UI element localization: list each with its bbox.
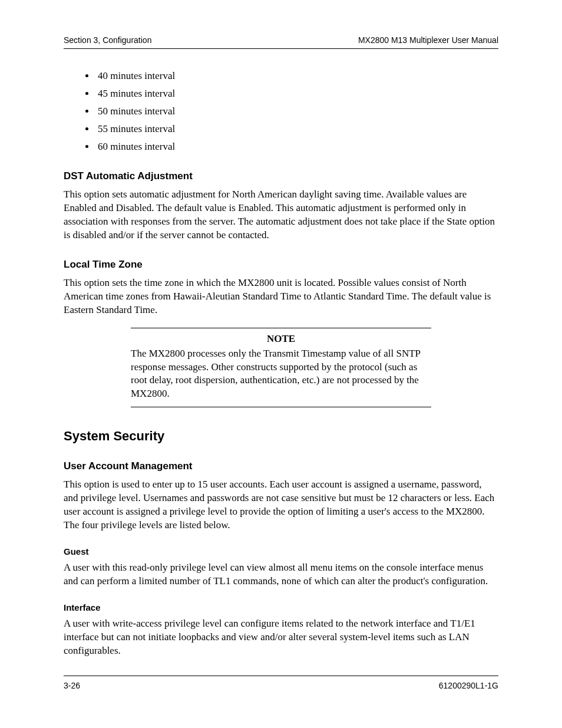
heading-guest: Guest [64,546,498,556]
list-item: 45 minutes interval [95,88,498,100]
note-body: The MX2800 processes only the Transmit T… [131,347,431,401]
note-box: NOTE The MX2800 processes only the Trans… [131,328,431,408]
footer-rule [64,676,498,676]
heading-system-security: System Security [64,429,498,444]
body-uam: This option is used to enter up to 15 us… [64,478,498,532]
body-dst: This option sets automatic adjustment fo… [64,188,498,242]
body-guest: A user with this read-only privilege lev… [64,561,498,588]
heading-dst: DST Automatic Adjustment [64,170,498,182]
heading-tz: Local Time Zone [64,259,498,271]
footer-left: 3-26 [64,681,80,690]
body-tz: This option sets the time zone in which … [64,276,498,317]
header-left: Section 3, Configuration [64,35,151,45]
heading-uam: User Account Management [64,460,498,472]
header-rule [64,48,498,49]
body-interface: A user with write-access privilege level… [64,617,498,658]
header-right: MX2800 M13 Multiplexer User Manual [358,35,498,45]
note-title: NOTE [131,333,431,345]
page: Section 3, Configuration MX2800 M13 Mult… [0,0,562,714]
page-header: Section 3, Configuration MX2800 M13 Mult… [64,35,498,45]
list-item: 40 minutes interval [95,70,498,82]
list-item: 50 minutes interval [95,106,498,117]
page-footer: 3-26 61200290L1-1G [64,681,498,690]
list-item: 55 minutes interval [95,123,498,135]
heading-interface: Interface [64,602,498,612]
list-item: 60 minutes interval [95,141,498,153]
interval-list: 40 minutes interval 45 minutes interval … [64,70,498,153]
footer-right: 61200290L1-1G [439,681,498,690]
